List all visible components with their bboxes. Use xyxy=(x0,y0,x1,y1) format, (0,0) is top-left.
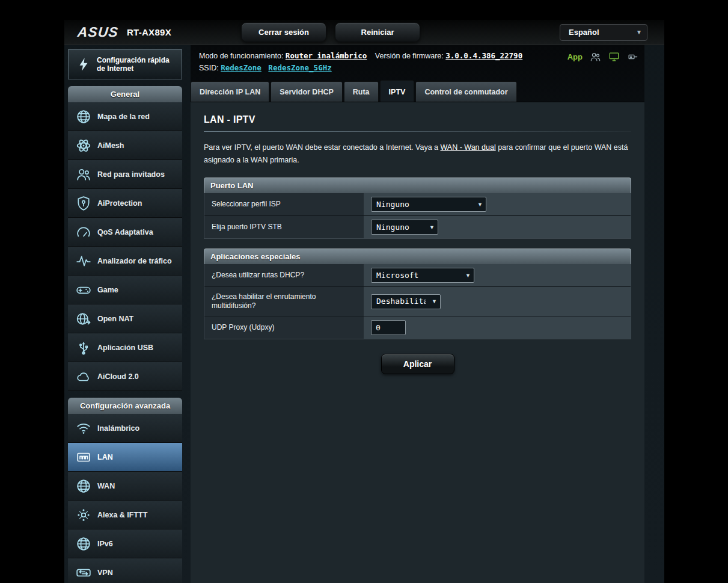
wan-dual-link[interactable]: WAN - Wan dual xyxy=(441,143,496,152)
table-row: ¿Desea utilizar rutas DHCP? Microsoft ▼ xyxy=(204,264,631,287)
sidebar-item-ipv6[interactable]: IPv6 xyxy=(68,529,182,558)
globe-icon xyxy=(76,478,91,494)
tab-bar: Dirección IP LAN Servidor DHCP Ruta IPTV… xyxy=(191,80,644,102)
section-header-aplicaciones-especiales: Aplicaciones especiales xyxy=(204,248,631,264)
status-icons: App xyxy=(567,51,638,63)
quick-setup-icon xyxy=(76,57,91,72)
quick-setup-label: Configuración rápida de Internet xyxy=(97,56,177,73)
main-column: Modo de funcionamiento: Router inalámbri… xyxy=(191,45,644,583)
row-label: ¿Desea habilitar el enrutamiento multidi… xyxy=(204,287,364,316)
sidebar-item-aplicacion-usb[interactable]: Aplicación USB xyxy=(68,333,182,362)
chevron-down-icon: ▼ xyxy=(636,29,642,35)
sidebar-item-qos-adaptativa[interactable]: QoS Adaptativa xyxy=(68,218,182,247)
apply-row: Aplicar xyxy=(204,354,631,374)
section-header-puerto-lan: Puerto LAN xyxy=(204,177,631,193)
sidebar-item-wan[interactable]: WAN xyxy=(68,472,182,501)
language-selector[interactable]: Español ▼ xyxy=(560,24,647,41)
row-value: Ninguno ▼ xyxy=(364,193,631,215)
row-value xyxy=(364,316,631,339)
sidebar-item-mapa-de-la-red[interactable]: Mapa de la red xyxy=(68,102,182,131)
alexa-dots-icon xyxy=(76,507,91,523)
app-header: ASUS RT-AX89X Cerrar sesión Reiniciar Es… xyxy=(64,20,664,45)
dhcp-routes-select[interactable]: Microsoft xyxy=(371,268,474,283)
quick-internet-setup-button[interactable]: Configuración rápida de Internet xyxy=(68,49,182,79)
sidebar-item-alexa-ifttt[interactable]: Alexa & IFTTT xyxy=(68,501,182,529)
mode-value-link[interactable]: Router inalámbrico xyxy=(286,51,367,60)
reboot-button[interactable]: Reiniciar xyxy=(335,22,420,42)
row-value: Ninguno ▼ xyxy=(364,216,631,238)
page-description: Para ver IPTV, el puerto WAN debe estar … xyxy=(204,141,631,167)
gauge-icon xyxy=(76,224,91,240)
globe-icon xyxy=(76,109,91,125)
tab-ruta[interactable]: Ruta xyxy=(344,81,379,102)
table-row: Elija puerto IPTV STB Ninguno ▼ xyxy=(204,216,631,238)
sidebar-item-aimesh[interactable]: AiMesh xyxy=(68,131,182,160)
tab-direccion-ip-lan[interactable]: Dirección IP LAN xyxy=(191,81,269,102)
firmware-label: Versión de firmware: xyxy=(375,52,444,60)
apply-button[interactable]: Aplicar xyxy=(381,354,454,374)
language-label: Español xyxy=(569,28,599,37)
ssid-5ghz-link[interactable]: RedesZone_5GHz xyxy=(268,63,331,72)
tab-iptv[interactable]: IPTV xyxy=(380,80,415,102)
sidebar-item-game[interactable]: Game xyxy=(68,276,182,304)
row-label: ¿Desea utilizar rutas DHCP? xyxy=(204,264,364,286)
sidebar-item-open-nat[interactable]: Open NAT xyxy=(68,304,182,333)
row-label: Elija puerto IPTV STB xyxy=(204,216,364,238)
usb-plug-icon[interactable] xyxy=(627,51,638,63)
table-row: Seleccionar perfil ISP Ninguno ▼ xyxy=(204,193,631,216)
puerto-lan-table: Seleccionar perfil ISP Ninguno ▼ Elija p… xyxy=(204,193,631,239)
cloud-icon xyxy=(76,369,91,384)
page-title: LAN - IPTV xyxy=(204,114,631,125)
row-value: Microsoft ▼ xyxy=(364,264,631,286)
sidebar-item-lan[interactable]: LAN xyxy=(68,443,182,472)
wifi-icon xyxy=(76,421,91,436)
row-label: Seleccionar perfil ISP xyxy=(204,193,364,215)
router-admin-window: ASUS RT-AX89X Cerrar sesión Reiniciar Es… xyxy=(64,20,664,583)
sidebar-item-red-para-invitados[interactable]: Red para invitados xyxy=(68,160,182,189)
title-divider xyxy=(204,131,631,132)
mode-label: Modo de funcionamiento: xyxy=(199,52,283,60)
multicast-routing-select-wrap: Deshabilitar ▼ xyxy=(371,294,441,309)
asus-logo: ASUS xyxy=(77,24,120,40)
table-row: UDP Proxy (Udpxy) xyxy=(204,316,631,339)
sidebar-item-inalambrico[interactable]: Inalámbrico xyxy=(68,414,182,443)
shield-icon xyxy=(76,196,91,211)
dhcp-routes-select-wrap: Microsoft ▼ xyxy=(371,268,474,283)
sidebar-item-analizador-de-trafico[interactable]: Analizador de tráfico xyxy=(68,247,182,276)
firmware-value-link[interactable]: 3.0.0.4.386_22790 xyxy=(445,51,522,60)
sidebar-item-vpn[interactable]: VPN xyxy=(68,558,182,583)
multicast-routing-select[interactable]: Deshabilitar xyxy=(371,294,441,309)
monitor-icon[interactable] xyxy=(608,51,620,63)
ssid-label: SSID: xyxy=(199,64,219,72)
row-value: Deshabilitar ▼ xyxy=(364,287,631,316)
ssid-24ghz-link[interactable]: RedesZone xyxy=(221,63,262,72)
stb-port-select[interactable]: Ninguno xyxy=(371,220,438,235)
vpn-arrows-icon xyxy=(76,565,91,581)
app-link[interactable]: App xyxy=(567,52,583,61)
status-bar: Modo de funcionamiento: Router inalámbri… xyxy=(191,45,644,76)
tab-control-de-conmutador[interactable]: Control de conmutador xyxy=(415,81,516,102)
content-pane: LAN - IPTV Para ver IPTV, el puerto WAN … xyxy=(191,102,644,583)
router-model: RT-AX89X xyxy=(127,27,171,37)
isp-profile-select-wrap: Ninguno ▼ xyxy=(371,197,486,212)
sidebar-item-aiprotection[interactable]: AiProtection xyxy=(68,189,182,218)
isp-profile-select[interactable]: Ninguno xyxy=(371,197,486,212)
sidebar-section-general: General xyxy=(68,86,182,102)
aplicaciones-especiales-table: ¿Desea utilizar rutas DHCP? Microsoft ▼ … xyxy=(204,264,631,339)
mesh-icon xyxy=(76,138,91,153)
ipv6-globe-icon xyxy=(76,536,91,552)
table-row: ¿Desea habilitar el enrutamiento multidi… xyxy=(204,287,631,316)
sidebar-section-configuracion-avanzada: Configuración avanzada xyxy=(68,398,182,414)
users-icon[interactable] xyxy=(590,51,601,63)
sidebar-item-aicloud[interactable]: AiCloud 2.0 xyxy=(68,362,182,391)
usb-icon xyxy=(76,340,91,356)
traffic-pulse-icon xyxy=(76,253,91,269)
udp-proxy-input[interactable] xyxy=(371,320,406,335)
gamepad-icon xyxy=(76,282,91,298)
tab-servidor-dhcp[interactable]: Servidor DHCP xyxy=(271,81,343,102)
lan-ports-icon xyxy=(76,449,91,465)
sidebar: Configuración rápida de Internet General… xyxy=(68,45,182,583)
nat-globe-icon xyxy=(76,311,91,327)
logout-button[interactable]: Cerrar sesión xyxy=(241,22,326,42)
guests-icon xyxy=(76,167,91,182)
